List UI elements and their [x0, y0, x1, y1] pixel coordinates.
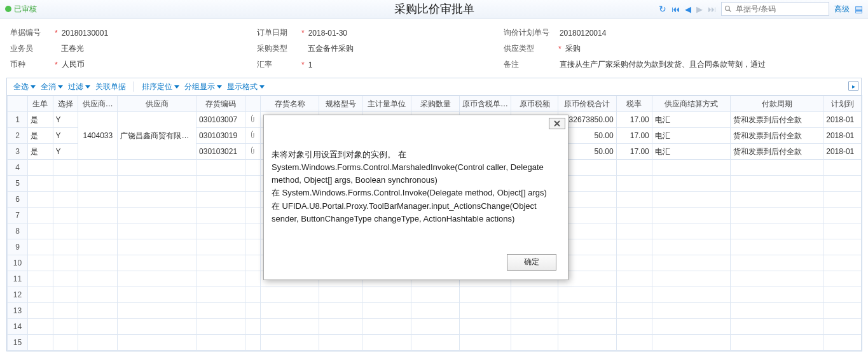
chevron-down-icon [31, 85, 36, 88]
row-number: 9 [8, 239, 28, 255]
cell-attachment[interactable] [245, 112, 261, 128]
required-star-icon: * [301, 29, 305, 38]
cell-inventory-code: 030103007 [196, 112, 245, 128]
col-header[interactable]: 采购数量 [411, 96, 460, 112]
field-label: 询价计划单号 [504, 27, 555, 38]
dialog-close-button[interactable] [549, 118, 565, 129]
close-icon [554, 120, 560, 127]
next-record-icon[interactable]: ▶ [696, 4, 703, 14]
chevron-down-icon [259, 85, 265, 88]
order-no-value: 20180130001 [62, 29, 108, 38]
row-number: 5 [8, 176, 28, 192]
col-header[interactable]: 税率 [616, 96, 652, 112]
col-header[interactable]: 计划到 [823, 96, 862, 112]
group-show-button[interactable]: 分组显示 [182, 81, 224, 92]
prev-record-icon[interactable]: ◀ [685, 4, 691, 14]
display-format-button[interactable]: 显示格式 [224, 81, 267, 92]
cell-settlement: 电汇 [652, 144, 730, 160]
col-header[interactable]: 原币税额 [511, 96, 558, 112]
row-number: 12 [8, 287, 28, 303]
dialog-ok-button[interactable]: 确定 [507, 254, 556, 271]
row-number: 10 [8, 255, 28, 271]
search-input-wrapper[interactable] [721, 2, 829, 16]
exchange-rate-value: 1 [308, 60, 313, 69]
cell-tax-rate: 17.00 [616, 112, 652, 128]
col-header[interactable]: 主计量单位 [362, 96, 411, 112]
table-header-row: 生单 选择 供应商… 供应商 存货编码 存货名称 规格型号 主计量单位 采购数量… [8, 96, 862, 112]
row-number: 11 [8, 271, 28, 287]
table-row[interactable]: 13 [8, 303, 862, 319]
cell-supplier-code: 1404033 [78, 112, 118, 160]
col-header[interactable]: 选择 [53, 96, 78, 112]
col-header[interactable]: 存货名称 [261, 96, 319, 112]
row-number: 8 [8, 223, 28, 239]
col-header[interactable]: 付款周期 [731, 96, 823, 112]
row-number: 14 [8, 319, 28, 335]
col-header[interactable]: 供应商结算方式 [652, 96, 730, 112]
svg-point-0 [726, 6, 730, 11]
col-header[interactable]: 供应商 [118, 96, 196, 112]
row-number: 4 [8, 160, 28, 176]
col-header[interactable]: 存货编码 [196, 96, 245, 112]
cell-select[interactable]: Y [53, 144, 78, 160]
expand-grid-icon[interactable]: ▸ [848, 81, 858, 91]
currency-value: 人民币 [62, 59, 85, 70]
col-header[interactable]: 规格型号 [319, 96, 362, 112]
purchase-type-value: 五金备件采购 [308, 43, 354, 54]
error-dialog: 未将对象引用设置到对象的实例。 在 System.Windows.Forms.C… [263, 115, 568, 280]
chevron-down-icon [174, 85, 179, 88]
col-header[interactable]: 生单 [28, 96, 53, 112]
col-header[interactable]: 供应商… [78, 96, 118, 112]
required-star-icon: * [55, 29, 58, 38]
cell-settlement: 电汇 [652, 128, 730, 144]
table-row[interactable]: 12 [8, 287, 862, 303]
remark-value: 直接从生产厂家采购付款为款到发货、且合同条款苛刻，通过 [560, 59, 766, 70]
col-header[interactable]: 原币价税合计 [558, 96, 617, 112]
cell-select[interactable]: Y [53, 128, 78, 144]
cell-inventory-code: 030103021 [196, 144, 245, 160]
field-label: 供应类型 [504, 43, 555, 54]
table-row[interactable]: 15 [8, 335, 862, 351]
cell-pay-cycle: 货和发票到后付全款 [731, 112, 823, 128]
quote-plan-no-value: 20180120014 [560, 29, 606, 38]
field-label: 单据编号 [10, 27, 51, 38]
advanced-search-link[interactable]: 高级 [834, 4, 850, 15]
search-input[interactable] [734, 4, 820, 14]
attachment-icon [250, 131, 256, 139]
refresh-icon[interactable]: ↻ [659, 4, 666, 14]
cell-attachment[interactable] [245, 144, 261, 160]
field-label: 汇率 [257, 59, 298, 70]
col-header[interactable]: 原币含税单… [459, 96, 511, 112]
row-number: 1 [8, 112, 28, 128]
last-record-icon[interactable]: ⏭ [708, 4, 716, 14]
row-number: 2 [8, 128, 28, 144]
row-number: 13 [8, 303, 28, 319]
chevron-down-icon [85, 85, 90, 88]
svg-line-1 [729, 10, 731, 12]
cell-attachment[interactable] [245, 128, 261, 144]
first-record-icon[interactable]: ⏮ [672, 4, 680, 14]
cell-tax-rate: 17.00 [616, 144, 652, 160]
field-label: 业务员 [10, 43, 51, 54]
salesman-value: 王春光 [61, 43, 84, 54]
order-date-value: 2018-01-30 [308, 29, 347, 38]
attachment-icon [250, 115, 256, 124]
field-label: 备注 [504, 59, 555, 70]
related-docs-button[interactable]: 关联单据 [93, 81, 128, 92]
dialog-message: 未将对象引用设置到对象的实例。 在 System.Windows.Forms.C… [272, 148, 560, 225]
cell-tax-rate: 17.00 [616, 128, 652, 144]
filter-button[interactable]: 过滤 [65, 81, 93, 92]
deselect-all-button[interactable]: 全消 [38, 81, 65, 92]
attachment-icon [250, 146, 256, 155]
row-number: 3 [8, 144, 28, 160]
field-label: 采购类型 [257, 43, 298, 54]
panel-toggle-icon[interactable]: ▤ [855, 4, 863, 14]
sort-locate-button[interactable]: 排序定位 [139, 81, 182, 92]
cell-settlement: 电汇 [652, 112, 730, 128]
required-star-icon: * [558, 45, 561, 53]
table-row[interactable]: 14 [8, 319, 862, 335]
select-all-button[interactable]: 全选 [11, 81, 38, 92]
cell-select[interactable]: Y [53, 112, 78, 128]
cell-plan-arrive: 2018-01 [823, 144, 862, 160]
document-header: 单据编号 * 20180130001 订单日期 * 2018-01-30 询价计… [0, 18, 868, 78]
